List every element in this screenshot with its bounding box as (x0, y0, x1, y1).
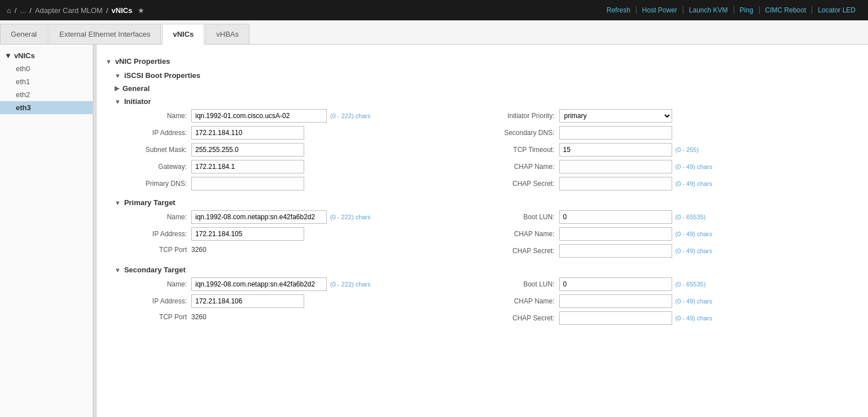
primary-target-chap-name-hint: (0 - 49) chars (676, 231, 712, 237)
refresh-link[interactable]: Refresh (601, 6, 637, 14)
primary-target-name-row: Name: (0 - 222) chars (124, 210, 492, 224)
initiator-tcp-timeout-input[interactable] (559, 143, 672, 157)
initiator-name-hint: (0 - 222) chars (330, 112, 371, 119)
tab-vnics[interactable]: vNICs (162, 24, 204, 45)
initiator-secondary-dns-input[interactable] (559, 126, 672, 140)
secondary-target-boot-lun-label: Boot LUN: (492, 280, 559, 288)
secondary-target-label: Secondary Target (124, 266, 186, 274)
secondary-target-ip-label: IP Address: (124, 297, 191, 305)
sidebar: ▼ vNICs eth0 eth1 eth2 eth3 (0, 45, 93, 417)
initiator-chap-secret-row: CHAP Secret: (0 - 49) chars (492, 177, 860, 190)
primary-target-chap-secret-hint: (0 - 49) chars (676, 247, 712, 254)
primary-target-ip-label: IP Address: (124, 230, 191, 238)
initiator-primary-dns-row: Primary DNS: (124, 177, 492, 190)
vnic-properties-header[interactable]: ▼ vNIC Properties (106, 57, 859, 66)
secondary-target-boot-lun-input[interactable] (559, 277, 672, 291)
cimc-reboot-link[interactable]: CIMC Reboot (760, 6, 813, 14)
initiator-subnet-input[interactable] (191, 143, 304, 157)
initiator-chap-name-hint: (0 - 49) chars (676, 163, 712, 170)
primary-target-ip-row: IP Address: (124, 227, 492, 241)
secondary-target-name-hint: (0 - 222) chars (330, 281, 371, 288)
general-subheader[interactable]: ▶ General (115, 84, 859, 93)
primary-target-ip-input[interactable] (191, 227, 304, 241)
primary-target-name-input[interactable] (191, 210, 327, 224)
initiator-subheader[interactable]: ▼ Initiator (115, 97, 859, 106)
sidebar-item-eth1[interactable]: eth1 (0, 75, 93, 88)
content-area: ▼ vNIC Properties ▼ iSCSI Boot Propertie… (97, 45, 868, 417)
initiator-chap-secret-hint: (0 - 49) chars (676, 180, 712, 187)
launch-kvm-link[interactable]: Launch KVM (683, 6, 734, 14)
primary-target-chap-name-input[interactable] (559, 227, 672, 241)
secondary-target-ip-input[interactable] (191, 294, 304, 308)
initiator-ip-input[interactable] (191, 126, 304, 140)
host-power-link[interactable]: Host Power (637, 6, 683, 14)
breadcrumb-adapter[interactable]: Adapter Card MLOM (35, 6, 103, 15)
initiator-form: Name: (0 - 222) chars IP Address: Subnet… (124, 109, 859, 194)
home-icon[interactable]: ⌂ (7, 6, 11, 15)
iscsi-boot-arrow: ▼ (115, 72, 121, 79)
initiator-name-input[interactable] (191, 109, 327, 123)
secondary-target-chap-secret-label: CHAP Secret: (492, 314, 559, 322)
initiator-secondary-dns-label: Secondary DNS: (492, 129, 559, 137)
tab-bar: General External Ethernet Interfaces vNI… (0, 20, 868, 45)
secondary-target-chap-secret-input[interactable] (559, 311, 672, 325)
locator-led-link[interactable]: Locator LED (812, 6, 861, 14)
primary-target-tcp-port-value: 3260 (191, 244, 207, 255)
iscsi-boot-header[interactable]: ▼ iSCSI Boot Properties (115, 71, 859, 80)
collapse-icon: ▼ (5, 51, 12, 60)
tab-vhbas[interactable]: vHBAs (205, 24, 249, 44)
top-bar: ⌂ / ... / Adapter Card MLOM / vNICs ★ Re… (0, 0, 868, 20)
primary-target-arrow: ▼ (115, 199, 121, 206)
primary-target-form: Name: (0 - 222) chars IP Address: TCP Po… (124, 210, 859, 261)
secondary-target-boot-lun-hint: (0 - 65535) (676, 281, 706, 288)
initiator-ip-row: IP Address: (124, 126, 492, 140)
initiator-priority-select[interactable]: primary secondary (559, 109, 672, 123)
secondary-target-right-col: Boot LUN: (0 - 65535) CHAP Name: (0 - 49… (492, 277, 860, 328)
secondary-target-tcp-port-row: TCP Port 3260 (124, 311, 492, 323)
primary-target-header[interactable]: ▼ Primary Target (115, 198, 859, 207)
initiator-name-row: Name: (0 - 222) chars (124, 109, 492, 123)
general-arrow: ▶ (115, 85, 119, 92)
sidebar-group-label: vNICs (14, 51, 35, 60)
sidebar-group-vnics[interactable]: ▼ vNICs (0, 49, 93, 62)
primary-target-right-col: Boot LUN: (0 - 65535) CHAP Name: (0 - 49… (492, 210, 860, 261)
secondary-target-chap-secret-hint: (0 - 49) chars (676, 315, 712, 322)
primary-target-name-label: Name: (124, 213, 191, 221)
secondary-target-chap-name-row: CHAP Name: (0 - 49) chars (492, 294, 860, 308)
primary-target-label: Primary Target (124, 198, 176, 207)
sidebar-item-eth2[interactable]: eth2 (0, 88, 93, 101)
tab-general[interactable]: General (0, 24, 47, 44)
initiator-primary-dns-input[interactable] (191, 177, 304, 190)
breadcrumb-star[interactable]: ★ (138, 6, 144, 15)
breadcrumb-ellipsis[interactable]: ... (20, 6, 26, 15)
secondary-target-header[interactable]: ▼ Secondary Target (115, 266, 859, 274)
initiator-chap-name-input[interactable] (559, 160, 672, 173)
breadcrumb-sep3: / (106, 6, 108, 15)
secondary-target-boot-lun-row: Boot LUN: (0 - 65535) (492, 277, 860, 291)
secondary-target-form: Name: (0 - 222) chars IP Address: TCP Po… (124, 277, 859, 328)
sidebar-item-eth3[interactable]: eth3 (0, 101, 93, 114)
secondary-target-chap-name-input[interactable] (559, 294, 672, 308)
primary-target-chap-secret-input[interactable] (559, 244, 672, 258)
initiator-left-col: Name: (0 - 222) chars IP Address: Subnet… (124, 109, 492, 194)
initiator-gateway-label: Gateway: (124, 163, 191, 171)
vnic-properties-arrow: ▼ (106, 58, 112, 65)
secondary-target-chap-name-hint: (0 - 49) chars (676, 298, 712, 305)
secondary-target-chap-name-label: CHAP Name: (492, 297, 559, 305)
secondary-target-chap-secret-row: CHAP Secret: (0 - 49) chars (492, 311, 860, 325)
primary-target-boot-lun-row: Boot LUN: (0 - 65535) (492, 210, 860, 224)
primary-target-boot-lun-label: Boot LUN: (492, 213, 559, 221)
ping-link[interactable]: Ping (734, 6, 760, 14)
primary-target-chap-secret-row: CHAP Secret: (0 - 49) chars (492, 244, 860, 258)
tab-external-ethernet[interactable]: External Ethernet Interfaces (49, 24, 161, 44)
initiator-chap-name-row: CHAP Name: (0 - 49) chars (492, 160, 860, 173)
initiator-priority-row: Initiator Priority: primary secondary (492, 109, 860, 123)
initiator-gateway-input[interactable] (191, 160, 304, 173)
initiator-chap-secret-input[interactable] (559, 177, 672, 190)
secondary-target-name-input[interactable] (191, 277, 327, 291)
breadcrumb-current: vNICs (112, 6, 133, 15)
secondary-target-ip-row: IP Address: (124, 294, 492, 308)
sidebar-item-eth0[interactable]: eth0 (0, 62, 93, 75)
main-layout: ▼ vNICs eth0 eth1 eth2 eth3 ▼ vNIC Prope… (0, 45, 868, 417)
primary-target-boot-lun-input[interactable] (559, 210, 672, 224)
